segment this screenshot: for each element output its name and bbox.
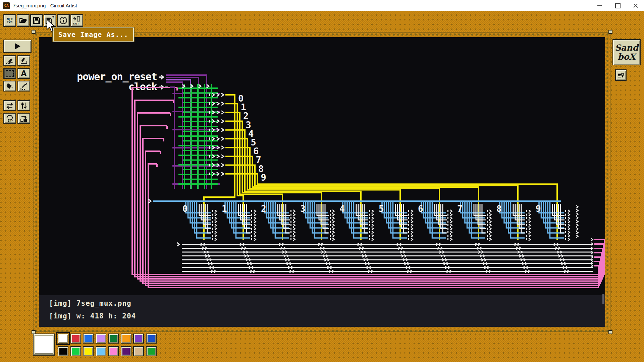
library-search-icon [617,71,625,79]
palette-swatch[interactable] [121,346,131,356]
palette-swatch[interactable] [96,346,106,356]
svg-text:7: 7 [457,204,463,214]
svg-text:1: 1 [222,204,227,214]
exit-icon: EXIT [72,16,82,25]
marquee-icon [6,70,14,77]
palette-swatch-color [148,335,155,342]
new-file-icon: NEW>O< [7,18,12,23]
text-tool-icon: A [21,69,26,77]
palette-swatch[interactable] [96,334,106,344]
run-simulation-button[interactable] [3,40,32,53]
svg-text:9: 9 [536,204,541,214]
circuit-svg: power_on_reset clock 0123456789012345678… [39,37,605,295]
palette-swatch-color [135,348,142,355]
palette-swatch[interactable] [70,346,81,356]
palette-swatch-color [122,348,130,355]
palette-swatch-color [72,335,79,342]
minimize-icon [597,5,602,6]
flip-horizontal-icon [5,102,14,110]
fill-tool-button[interactable] [3,81,16,92]
exit-button[interactable]: EXIT [70,14,83,27]
save-image-as-tooltip: Save Image As... [53,27,134,42]
svg-text:8: 8 [496,204,502,214]
flip-vertical-icon [19,102,28,110]
palette-swatch-color [97,348,105,355]
flip-vertical-button[interactable] [17,100,30,111]
palette-swatch-color [72,348,79,355]
scale-icon [19,114,28,122]
play-icon [14,43,21,50]
svg-text:5: 5 [379,204,384,214]
sandbox-button[interactable]: Sand boX [612,39,641,65]
maximize-icon [615,3,621,8]
pencil-tool-button[interactable] [3,55,16,66]
svg-text:0: 0 [182,204,188,214]
palette-swatch-color [59,348,67,355]
open-file-button[interactable] [17,14,30,27]
palette-swatch[interactable] [83,346,94,356]
palette-swatch[interactable] [146,334,157,344]
palette-swatch-color [97,335,105,342]
info-icon [59,16,68,25]
component-library-button[interactable] [615,69,627,81]
palette-swatch-color [59,335,67,342]
svg-text:EXIT: EXIT [73,22,79,25]
info-button[interactable] [57,14,70,27]
flip-horizontal-button[interactable] [3,100,16,111]
palette-swatch[interactable] [108,346,119,356]
drawing-canvas[interactable]: power_on_reset clock 0123456789012345678… [39,37,605,327]
palette-swatch[interactable] [133,346,144,356]
svg-text:2: 2 [261,204,266,214]
new-file-button[interactable]: NEW>O< [3,14,16,27]
image-area[interactable]: power_on_reset clock 0123456789012345678… [39,37,605,295]
line-tool-icon [19,57,28,65]
palette-swatch[interactable] [108,334,119,344]
sandbox-label-line1: Sand [615,43,638,53]
close-icon [633,3,638,8]
window-title: 7seg_mux.png - Circuit Artist [13,3,77,8]
save-floppy-icon [32,16,41,25]
palette-swatch-color [122,335,130,342]
maximize-button[interactable] [610,0,626,11]
palette-swatch-color [85,348,92,355]
resize-handle-bottom-right[interactable] [608,330,612,334]
fill-bucket-icon [5,82,14,90]
svg-text:90°: 90° [8,120,13,123]
palette-swatch-color [148,348,155,355]
resize-handle-top-left[interactable] [32,30,36,34]
open-folder-icon [19,16,28,25]
resize-handle-bottom-left[interactable] [32,330,36,334]
resize-handle-top-right[interactable] [608,30,612,34]
palette-swatch[interactable] [58,334,68,344]
canvas-scroll-nub[interactable] [602,294,604,304]
palette-swatch[interactable] [146,346,157,356]
scale-tool-button[interactable] [17,113,30,124]
close-button[interactable] [628,0,643,11]
select-tool-button[interactable] [3,68,16,79]
palette-swatch[interactable] [133,334,144,344]
text-tool-button[interactable]: A [17,68,30,79]
palette-swatch-color [110,335,117,342]
sandbox-label-line2: boX [618,52,636,62]
palette-swatch[interactable] [83,334,94,344]
palette-swatch-color [110,348,117,355]
palette-swatch-color [135,335,142,342]
app-icon: CA [3,2,10,9]
palette-swatch[interactable] [70,334,81,344]
svg-text:6: 6 [418,204,423,214]
line-tool-button[interactable] [17,55,30,66]
rotate-90-button[interactable]: 90° [3,113,16,124]
palette-swatch[interactable] [58,346,68,356]
svg-text:3: 3 [300,204,306,214]
input-arrow-icon [159,75,163,79]
minimize-button[interactable] [592,0,607,11]
color-picker-button[interactable] [17,81,30,92]
palette-swatch[interactable] [121,334,131,344]
save-button[interactable] [30,14,43,27]
palette-swatch-color [85,335,92,342]
current-color-fill [35,336,53,354]
svg-text:4: 4 [339,204,345,214]
status-dimensions: [img] w: 418 h: 204 [49,312,136,320]
svg-text:9: 9 [261,172,266,183]
status-filename: [img] 7seg_mux.png [49,299,131,307]
